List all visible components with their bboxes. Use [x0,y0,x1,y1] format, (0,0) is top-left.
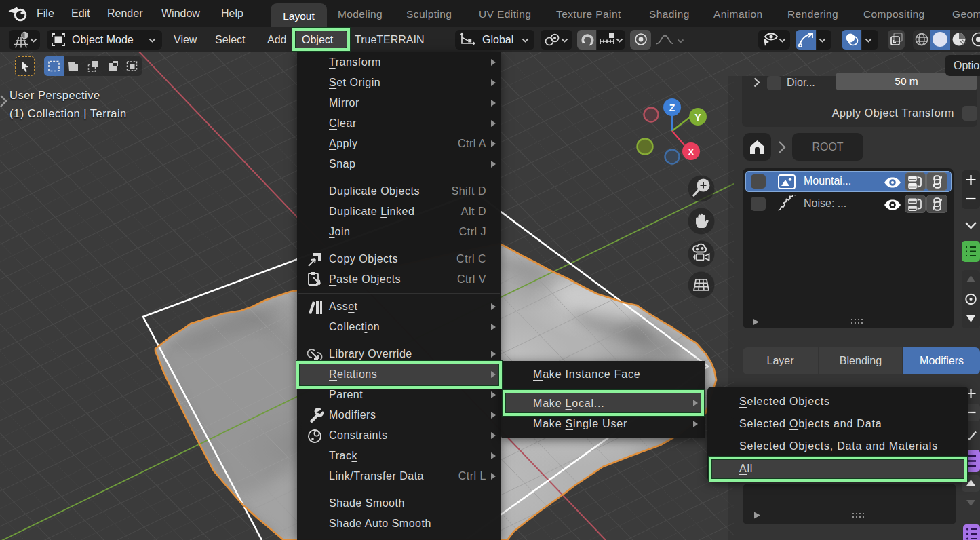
svg-text:Z: Z [669,102,675,113]
svg-text:X: X [688,147,694,157]
svg-text:Y: Y [694,112,701,123]
